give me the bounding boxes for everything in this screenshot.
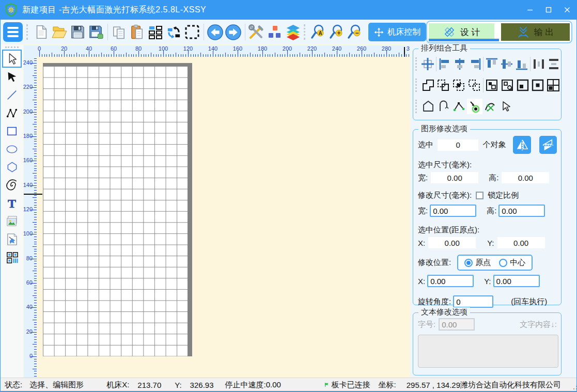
canvas-area[interactable]: 0204060801001201401601802002202402602803… xyxy=(23,44,410,378)
paste-icon[interactable] xyxy=(128,21,146,43)
ruler-tick xyxy=(34,339,37,340)
align-top-icon[interactable] xyxy=(485,56,500,72)
modify-height-input[interactable] xyxy=(498,205,545,217)
rectangle-tool[interactable] xyxy=(2,122,22,140)
put-center-icon[interactable] xyxy=(531,77,546,93)
ruler-label: 200 xyxy=(283,45,292,52)
ruler-tick xyxy=(34,293,37,293)
draw-tools-sidebar: T xyxy=(1,44,23,378)
save-as-icon[interactable] xyxy=(87,21,105,43)
new-file-icon[interactable] xyxy=(32,21,50,43)
toolbar-separator xyxy=(483,78,484,92)
modify-width-input[interactable] xyxy=(430,205,476,217)
array-cells-icon[interactable] xyxy=(545,77,561,93)
ruler-tick xyxy=(34,156,37,156)
marquee-select-icon[interactable] xyxy=(183,21,201,43)
polyline-tool[interactable] xyxy=(2,104,22,122)
ruler-tick xyxy=(285,54,285,57)
ellipse-tool[interactable] xyxy=(2,140,22,158)
select-node-icon[interactable] xyxy=(467,99,482,114)
open-path-icon[interactable] xyxy=(436,99,451,114)
machine-control-button[interactable]: 机床控制 xyxy=(368,23,426,41)
radio-origin-option[interactable]: 原点 xyxy=(464,258,491,268)
blocks-icon[interactable] xyxy=(266,21,284,43)
image-tool[interactable] xyxy=(2,212,22,230)
close-button[interactable] xyxy=(558,0,576,20)
align-center-h-icon[interactable] xyxy=(453,56,467,72)
array-copy-tool[interactable] xyxy=(2,248,22,266)
back-icon[interactable] xyxy=(206,21,224,43)
weld-union-icon[interactable] xyxy=(420,77,436,93)
radio-origin-button[interactable] xyxy=(464,259,473,267)
ungroup-icon[interactable] xyxy=(500,77,515,93)
machine-control-label: 机床控制 xyxy=(387,27,420,38)
ruler-tick xyxy=(34,303,37,303)
ruler-tick xyxy=(317,54,318,57)
ruler-tick xyxy=(315,54,315,57)
canvas-plate-grid[interactable] xyxy=(43,63,192,356)
line-tool[interactable] xyxy=(2,86,22,104)
output-laser-icon xyxy=(517,26,529,38)
ruler-tick xyxy=(235,54,236,57)
trim-subtract-icon[interactable] xyxy=(436,77,451,93)
modify-y-input[interactable] xyxy=(493,275,540,287)
edit-nodes-icon[interactable] xyxy=(451,99,467,114)
open-file-icon[interactable] xyxy=(51,21,69,43)
tools-settings-icon[interactable] xyxy=(247,21,266,43)
ruler-tick xyxy=(34,119,37,120)
intersect-icon[interactable] xyxy=(451,77,466,93)
forward-icon[interactable] xyxy=(224,21,242,43)
flip-horizontal-button[interactable] xyxy=(513,136,531,154)
window-controls xyxy=(521,0,576,20)
radio-center-option[interactable]: 中心 xyxy=(499,258,525,268)
ruler-tick xyxy=(34,371,37,371)
group-icon[interactable] xyxy=(485,77,500,93)
zoom-fit-icon[interactable]: A xyxy=(309,21,328,43)
pick-arrow-icon[interactable] xyxy=(498,99,513,114)
copy-icon[interactable] xyxy=(110,21,128,43)
rotate-angle-input[interactable] xyxy=(453,295,493,308)
distribute-h-icon[interactable] xyxy=(532,56,547,72)
tab-output[interactable]: 输 出 xyxy=(501,23,570,41)
board-status-text: 板卡已连接 xyxy=(332,380,370,390)
maximize-button[interactable] xyxy=(539,0,558,20)
ruler-tick xyxy=(268,54,268,57)
align-middle-icon[interactable] xyxy=(500,56,514,72)
text-tool[interactable]: T xyxy=(2,194,22,212)
ruler-tick xyxy=(34,183,37,183)
spiral-tool[interactable] xyxy=(2,176,22,194)
ruler-tick xyxy=(369,54,369,57)
modify-x-input[interactable] xyxy=(427,275,474,287)
distribute-v-icon[interactable] xyxy=(546,56,561,72)
vector-fill-tool[interactable] xyxy=(2,230,22,248)
toolbar-grip xyxy=(415,100,419,113)
polygon-tool[interactable] xyxy=(2,158,22,176)
select-tool[interactable] xyxy=(2,50,22,68)
resize-grip[interactable] xyxy=(573,388,574,389)
align-center-both-icon[interactable] xyxy=(420,56,435,72)
align-left-icon[interactable] xyxy=(438,56,453,72)
flip-vertical-button[interactable] xyxy=(539,136,557,154)
ruler-tick xyxy=(277,54,278,57)
zoom-out-icon[interactable]: − xyxy=(346,21,364,43)
put-corner-icon[interactable] xyxy=(515,77,531,93)
array-grid-icon[interactable] xyxy=(147,21,165,43)
zoom-in-icon[interactable]: + xyxy=(328,21,346,43)
save-file-icon[interactable] xyxy=(69,21,87,43)
ruler-tick xyxy=(265,54,266,57)
lock-ratio-checkbox[interactable] xyxy=(476,192,484,199)
align-bottom-icon[interactable] xyxy=(514,56,529,72)
minimize-button[interactable] xyxy=(521,0,539,20)
menu-icon[interactable] xyxy=(3,22,23,42)
direct-select-tool[interactable] xyxy=(2,68,22,86)
ruler-tick xyxy=(381,54,382,57)
layers-icon[interactable] xyxy=(284,21,302,43)
tab-design[interactable]: 设 计 xyxy=(429,23,494,41)
align-right-icon[interactable] xyxy=(467,56,482,72)
exclude-icon[interactable] xyxy=(466,77,482,93)
cut-path-icon[interactable] xyxy=(482,99,498,114)
ruler-tick xyxy=(34,297,37,298)
radio-center-button[interactable] xyxy=(499,259,507,267)
transform-swap-icon[interactable] xyxy=(165,21,183,43)
close-path-icon[interactable] xyxy=(420,99,436,114)
